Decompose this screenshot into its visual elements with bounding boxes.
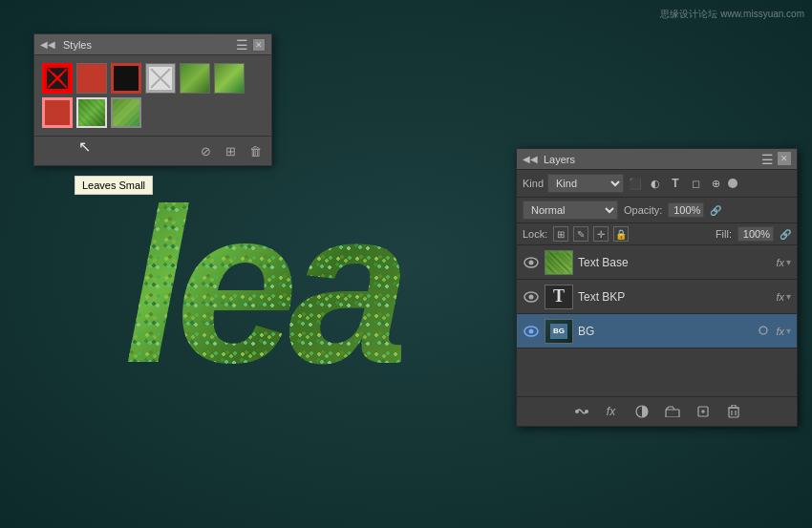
layer-fx[interactable]: fx ▾ [776, 291, 791, 303]
pixel-filter-icon[interactable]: ⬛ [628, 176, 643, 191]
styles-panel: ◀◀ Styles ☰ ✕ [33, 33, 272, 166]
layer-row[interactable]: T Text BKP fx ▾ [517, 280, 797, 314]
new-layer-icon[interactable] [694, 403, 712, 420]
fill-chain-icon[interactable]: 🔗 [780, 229, 791, 240]
canvas-leaf-text: lea [124, 177, 401, 396]
watermark: 思缘设计论坛 www.missyuan.com [660, 8, 804, 21]
svg-point-3 [529, 294, 534, 299]
kind-icons: ⬛ ◐ T ◻ ⊕ [628, 176, 737, 191]
svg-point-8 [585, 410, 588, 413]
layers-close-button[interactable]: ✕ [778, 152, 791, 165]
layers-kind-row: Kind Kind ⬛ ◐ T ◻ ⊕ [517, 170, 797, 198]
layer-name: BG [578, 325, 753, 338]
style-swatch[interactable] [42, 63, 73, 94]
svg-point-7 [575, 410, 579, 413]
layers-menu-icon[interactable]: ☰ [761, 152, 774, 167]
layers-collapse-icon[interactable]: ◀◀ [523, 154, 538, 164]
shape-filter-icon[interactable]: ◻ [688, 176, 703, 191]
lock-all-icon[interactable]: 🔒 [613, 226, 629, 242]
layer-visibility-toggle[interactable] [523, 323, 540, 340]
layers-panel: ◀◀ Layers ☰ ✕ Kind Kind ⬛ ◐ T ◻ ⊕ Normal… [516, 148, 798, 427]
svg-point-1 [529, 260, 534, 264]
lock-row: Lock: ⊞ ✎ ✛ 🔒 Fill: 🔗 [517, 223, 797, 245]
delete-layer-icon[interactable] [725, 403, 742, 420]
new-style-icon[interactable]: ⊞ [222, 142, 239, 159]
blend-row: Normal Opacity: 🔗 [517, 198, 797, 223]
blend-mode-select[interactable]: Normal [523, 201, 618, 220]
opacity-input[interactable] [668, 202, 704, 218]
fill-label: Fill: [716, 228, 732, 240]
svg-point-5 [529, 328, 534, 333]
new-group-icon[interactable] [664, 403, 681, 420]
svg-rect-10 [666, 410, 679, 417]
layer-name: Text Base [578, 256, 771, 269]
extra-filter-icon[interactable] [728, 179, 737, 188]
style-swatch[interactable] [111, 97, 141, 128]
lock-position-icon[interactable]: ✎ [573, 226, 588, 242]
add-fx-icon[interactable]: fx [603, 403, 620, 420]
opacity-chain-icon[interactable]: 🔗 [710, 205, 721, 216]
layer-visibility-toggle[interactable] [523, 288, 540, 306]
layer-row[interactable]: Text Base fx ▾ [517, 245, 797, 280]
layers-panel-header: ◀◀ Layers ☰ ✕ [517, 149, 797, 170]
lock-label: Lock: [523, 228, 547, 240]
layer-link [758, 325, 769, 338]
style-swatch[interactable] [42, 97, 73, 128]
svg-rect-14 [729, 408, 738, 417]
lock-icons: ⊞ ✎ ✛ 🔒 [553, 226, 629, 242]
new-fill-adjustment-icon[interactable] [633, 403, 651, 420]
delete-style-icon[interactable]: 🗑 [246, 142, 264, 159]
opacity-label: Opacity: [624, 204, 662, 216]
styles-close-button[interactable]: ✕ [252, 38, 266, 52]
styles-toolbar: ⊘ ⊞ 🗑 [34, 136, 271, 165]
style-swatch[interactable] [76, 63, 107, 94]
fill-input[interactable] [737, 226, 774, 242]
style-swatch[interactable] [180, 63, 210, 94]
no-style-icon[interactable]: ⊘ [197, 142, 214, 159]
svg-point-6 [759, 327, 767, 334]
layers-empty-area [517, 348, 797, 396]
link-layers-icon[interactable] [572, 403, 589, 420]
style-swatch[interactable] [214, 63, 245, 94]
layer-thumbnail: T [545, 285, 573, 309]
layer-fx[interactable]: fx ▾ [776, 257, 791, 268]
layer-thumbnail: BG [545, 319, 573, 344]
style-swatch[interactable] [145, 63, 176, 94]
kind-select[interactable]: Kind [547, 174, 624, 193]
lock-pixels-icon[interactable]: ⊞ [553, 226, 568, 242]
styles-menu-icon[interactable]: ☰ [236, 37, 248, 53]
type-filter-icon[interactable]: T [668, 176, 683, 191]
layer-name: Text BKP [578, 290, 771, 304]
layers-bottom-toolbar: fx [517, 396, 797, 426]
style-swatch-active[interactable] [76, 97, 107, 128]
style-swatch[interactable] [111, 63, 141, 94]
collapse-icon[interactable]: ◀◀ [40, 39, 55, 50]
adjustment-filter-icon[interactable]: ◐ [648, 176, 663, 191]
lock-transform-icon[interactable]: ✛ [593, 226, 609, 242]
styles-panel-header: ◀◀ Styles ☰ ✕ [34, 34, 271, 55]
styles-grid [34, 55, 271, 136]
smartobj-filter-icon[interactable]: ⊕ [708, 176, 723, 191]
layer-thumbnail [545, 250, 573, 275]
layer-visibility-toggle[interactable] [523, 254, 540, 271]
styles-panel-title: Styles [63, 39, 92, 51]
layer-row-selected[interactable]: BG BG fx ▾ [517, 314, 797, 348]
layer-fx[interactable]: fx ▾ [776, 326, 791, 337]
kind-label: Kind [523, 178, 544, 189]
layers-panel-title: Layers [544, 154, 575, 165]
